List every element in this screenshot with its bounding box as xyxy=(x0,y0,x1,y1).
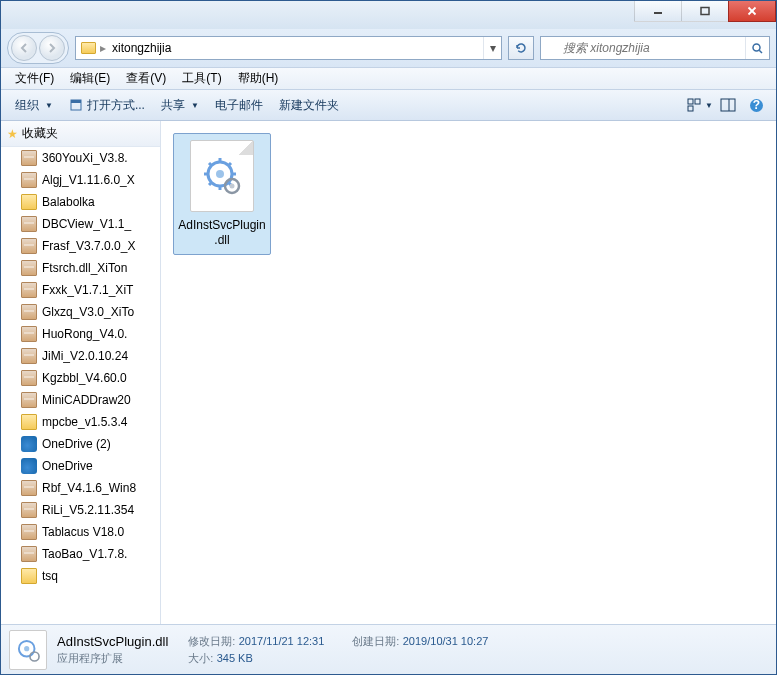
folder-icon xyxy=(21,414,37,430)
archive-icon xyxy=(21,524,37,540)
sidebar-item[interactable]: Balabolka xyxy=(1,191,160,213)
sidebar-item[interactable]: Ftsrch.dll_XiTon xyxy=(1,257,160,279)
sidebar-item[interactable]: tsq xyxy=(1,565,160,587)
archive-icon xyxy=(21,502,37,518)
file-item-selected[interactable]: AdInstSvcPlugin.dll xyxy=(173,133,271,255)
sidebar-item[interactable]: RiLi_V5.2.11.354 xyxy=(1,499,160,521)
file-name: AdInstSvcPlugin.dll xyxy=(178,218,266,248)
svg-rect-10 xyxy=(688,106,693,111)
svg-rect-8 xyxy=(688,99,693,104)
svg-point-26 xyxy=(230,184,235,189)
sidebar-item[interactable]: TaoBao_V1.7.8. xyxy=(1,543,160,565)
menu-help[interactable]: 帮助(H) xyxy=(230,67,287,90)
svg-line-22 xyxy=(209,182,212,185)
sidebar-item[interactable]: DBCView_V1.1_ xyxy=(1,213,160,235)
sidebar-item-label: Algj_V1.11.6.0_X xyxy=(42,173,135,187)
dropdown-icon: ▼ xyxy=(45,101,53,110)
address-dropdown-icon[interactable]: ▾ xyxy=(483,37,501,59)
sidebar-item[interactable]: HuoRong_V4.0. xyxy=(1,323,160,345)
sidebar-item-label: Ftsrch.dll_XiTon xyxy=(42,261,127,275)
forward-button[interactable] xyxy=(39,35,65,61)
address-bar[interactable]: ▸ xitongzhijia ▾ xyxy=(75,36,502,60)
new-folder-button[interactable]: 新建文件夹 xyxy=(271,93,347,118)
size-label: 大小: xyxy=(188,652,213,664)
sidebar-item-label: Tablacus V18.0 xyxy=(42,525,124,539)
maximize-button[interactable] xyxy=(681,1,729,22)
preview-pane-button[interactable] xyxy=(714,93,742,117)
search-box[interactable] xyxy=(540,36,770,60)
search-input[interactable] xyxy=(561,41,745,55)
search-go-icon[interactable] xyxy=(745,37,769,59)
sidebar-item-label: MiniCADDraw20 xyxy=(42,393,131,407)
nav-history-group xyxy=(7,32,69,64)
sidebar-item[interactable]: Rbf_V4.1.6_Win8 xyxy=(1,477,160,499)
sidebar[interactable]: ★ 收藏夹 360YouXi_V3.8.Algj_V1.11.6.0_XBala… xyxy=(1,121,161,624)
address-path: xitongzhijia xyxy=(108,41,483,55)
refresh-button[interactable] xyxy=(508,36,534,60)
back-button[interactable] xyxy=(11,35,37,61)
folder-icon xyxy=(21,194,37,210)
created-value: 2019/10/31 10:27 xyxy=(403,635,489,647)
modified-label: 修改日期: xyxy=(188,635,235,647)
sidebar-item-label: Balabolka xyxy=(42,195,95,209)
sidebar-item[interactable]: JiMi_V2.0.10.24 xyxy=(1,345,160,367)
svg-line-23 xyxy=(228,163,231,166)
sidebar-item[interactable]: Tablacus V18.0 xyxy=(1,521,160,543)
help-button[interactable]: ? xyxy=(742,93,770,117)
app-icon xyxy=(69,98,83,112)
content-area[interactable]: AdInstSvcPlugin.dll xyxy=(161,121,776,624)
sidebar-item-label: Frasf_V3.7.0.0_X xyxy=(42,239,135,253)
menu-edit[interactable]: 编辑(E) xyxy=(62,67,118,90)
size-value: 345 KB xyxy=(217,652,253,664)
sidebar-item[interactable]: Algj_V1.11.6.0_X xyxy=(1,169,160,191)
star-icon: ★ xyxy=(7,127,18,141)
archive-icon xyxy=(21,392,37,408)
sidebar-item[interactable]: Frasf_V3.7.0.0_X xyxy=(1,235,160,257)
sidebar-item[interactable]: MiniCADDraw20 xyxy=(1,389,160,411)
organize-button[interactable]: 组织▼ xyxy=(7,93,61,118)
sidebar-item[interactable]: mpcbe_v1.5.3.4 xyxy=(1,411,160,433)
folder-icon xyxy=(21,568,37,584)
sidebar-item-label: Glxzq_V3.0_XiTo xyxy=(42,305,134,319)
minimize-button[interactable] xyxy=(634,1,682,22)
explorer-window: ▸ xitongzhijia ▾ 文件(F) 编辑(E) 查看(V) 工具(T)… xyxy=(0,0,777,675)
menu-view[interactable]: 查看(V) xyxy=(118,67,174,90)
navbar: ▸ xitongzhijia ▾ xyxy=(1,29,776,67)
email-button[interactable]: 电子邮件 xyxy=(207,93,271,118)
sidebar-item-label: JiMi_V2.0.10.24 xyxy=(42,349,128,363)
sidebar-item[interactable]: 360YouXi_V3.8. xyxy=(1,147,160,169)
archive-icon xyxy=(21,260,37,276)
sidebar-item-label: 360YouXi_V3.8. xyxy=(42,151,128,165)
sidebar-item-label: OneDrive (2) xyxy=(42,437,111,451)
menu-file[interactable]: 文件(F) xyxy=(7,67,62,90)
favorites-label: 收藏夹 xyxy=(22,125,58,142)
view-options-button[interactable]: ▼ xyxy=(686,93,714,117)
sidebar-item[interactable]: OneDrive xyxy=(1,455,160,477)
archive-icon xyxy=(21,304,37,320)
menubar: 文件(F) 编辑(E) 查看(V) 工具(T) 帮助(H) xyxy=(1,67,776,89)
sidebar-item-label: mpcbe_v1.5.3.4 xyxy=(42,415,127,429)
svg-rect-1 xyxy=(701,8,709,15)
favorites-header[interactable]: ★ 收藏夹 xyxy=(1,121,160,147)
dropdown-icon: ▼ xyxy=(191,101,199,110)
sidebar-item[interactable]: OneDrive (2) xyxy=(1,433,160,455)
open-with-button[interactable]: 打开方式... xyxy=(61,93,153,118)
share-button[interactable]: 共享▼ xyxy=(153,93,207,118)
dll-file-icon xyxy=(190,140,254,212)
archive-icon xyxy=(21,546,37,562)
details-pane: AdInstSvcPlugin.dll 应用程序扩展 修改日期: 2017/11… xyxy=(1,624,776,674)
svg-line-5 xyxy=(759,50,762,53)
sidebar-item[interactable]: Kgzbbl_V4.60.0 xyxy=(1,367,160,389)
sidebar-item-label: tsq xyxy=(42,569,58,583)
dropdown-icon: ▼ xyxy=(705,101,713,110)
svg-point-4 xyxy=(753,44,760,51)
svg-point-29 xyxy=(30,651,39,660)
sidebar-item[interactable]: Glxzq_V3.0_XiTo xyxy=(1,301,160,323)
sidebar-item[interactable]: Fxxk_V1.7.1_XiT xyxy=(1,279,160,301)
svg-rect-11 xyxy=(721,99,735,111)
breadcrumb-chevron-icon[interactable]: ▸ xyxy=(100,41,106,55)
menu-tools[interactable]: 工具(T) xyxy=(174,67,229,90)
archive-icon xyxy=(21,238,37,254)
svg-line-20 xyxy=(209,163,212,166)
close-button[interactable] xyxy=(728,1,776,22)
